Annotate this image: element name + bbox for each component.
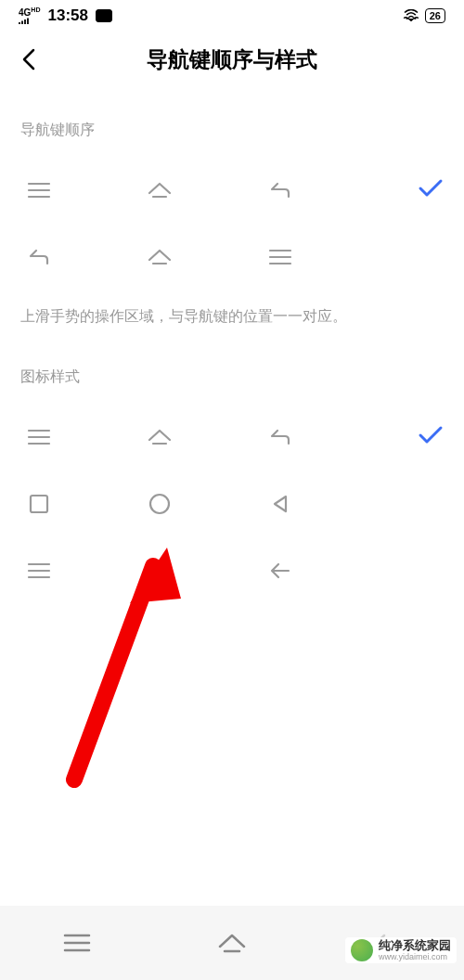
watermark-logo-icon xyxy=(351,939,373,961)
watermark: 纯净系统家园 www.yidaimei.com xyxy=(345,937,457,963)
system-home-button[interactable] xyxy=(209,920,255,966)
square-icon xyxy=(20,485,58,522)
back-icon xyxy=(262,172,299,209)
check-icon xyxy=(418,178,444,202)
status-bar: 4GHD 13:58 26 xyxy=(0,0,464,32)
svg-rect-1 xyxy=(31,496,47,512)
nav-order-option-2[interactable] xyxy=(20,224,444,290)
section-label-order: 导航键顺序 xyxy=(20,87,444,157)
pill-home-icon xyxy=(141,552,178,589)
icon-style-option-3[interactable] xyxy=(20,537,444,604)
svg-point-2 xyxy=(150,495,169,513)
home-icon xyxy=(141,239,178,276)
arrow-back-icon xyxy=(262,552,299,589)
svg-point-0 xyxy=(409,19,412,21)
back-icon xyxy=(262,419,299,456)
menu-icon xyxy=(20,552,58,589)
network-indicator: 4GHD xyxy=(19,6,40,25)
menu-icon xyxy=(262,239,299,276)
icon-style-option-2[interactable] xyxy=(20,471,444,537)
watermark-url: www.yidaimei.com xyxy=(379,952,451,961)
clock: 13:58 xyxy=(47,6,87,25)
page-header: 导航键顺序与样式 xyxy=(0,32,464,87)
chevron-left-icon xyxy=(20,46,37,72)
circle-icon xyxy=(141,485,178,522)
system-menu-button[interactable] xyxy=(54,920,100,966)
icon-style-option-1[interactable] xyxy=(20,404,444,471)
home-icon xyxy=(141,172,178,209)
svg-rect-3 xyxy=(149,564,170,577)
camera-icon xyxy=(96,9,112,22)
section-label-style: 图标样式 xyxy=(20,334,444,404)
battery-indicator: 26 xyxy=(425,8,445,23)
triangle-back-icon xyxy=(262,485,299,522)
wifi-icon xyxy=(403,9,419,22)
check-icon xyxy=(418,425,444,449)
nav-order-option-1[interactable] xyxy=(20,157,444,224)
watermark-name: 纯净系统家园 xyxy=(379,939,451,952)
menu-icon xyxy=(20,172,58,209)
back-button[interactable] xyxy=(15,45,43,73)
order-hint-text: 上滑手势的操作区域，与导航键的位置一一对应。 xyxy=(20,290,444,334)
menu-icon xyxy=(20,419,58,456)
page-title: 导航键顺序与样式 xyxy=(147,45,317,74)
home-icon xyxy=(141,419,178,456)
back-icon xyxy=(20,239,58,276)
